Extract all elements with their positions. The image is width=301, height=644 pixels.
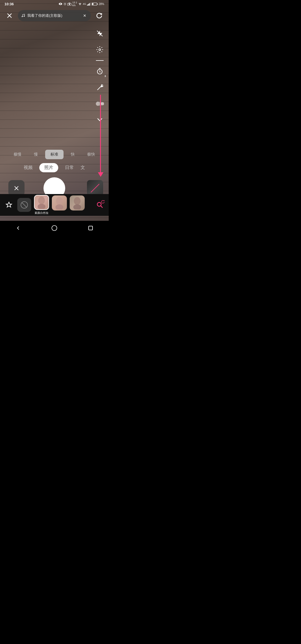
speed-slow[interactable]: 慢 — [27, 150, 45, 159]
svg-point-2 — [69, 4, 70, 5]
filter-item-wrapper-2: . — [52, 195, 67, 215]
magic-wand-icon — [96, 84, 103, 91]
svg-rect-11 — [92, 3, 93, 5]
speed-normal[interactable]: 标准 — [45, 150, 64, 159]
timer-badge-number: 3 — [105, 75, 106, 78]
wifi-icon — [78, 3, 82, 6]
speed-fast[interactable]: 快 — [64, 150, 82, 159]
mode-photo[interactable]: 照片 — [39, 163, 58, 172]
flash-off-icon — [96, 30, 103, 37]
favorites-button[interactable] — [3, 199, 14, 210]
svg-point-31 — [74, 197, 81, 205]
refresh-button[interactable] — [94, 11, 104, 21]
network-type: 4G — [83, 3, 86, 5]
filter-search-button[interactable] — [94, 199, 105, 210]
filter-label-2: . — [59, 212, 60, 215]
svg-rect-3 — [69, 3, 70, 3]
face-silhouette-1 — [37, 196, 47, 209]
eye-icon — [59, 3, 62, 5]
svg-rect-4 — [87, 5, 88, 6]
beauty-button[interactable] — [94, 98, 105, 109]
music-remove-button[interactable]: ✕ — [82, 12, 88, 19]
svg-rect-10 — [97, 3, 98, 4]
cancel-icon — [14, 185, 19, 191]
filter-search-wrapper — [94, 199, 105, 210]
svg-line-17 — [97, 86, 101, 90]
svg-rect-7 — [89, 3, 90, 6]
svg-point-13 — [24, 16, 25, 17]
timer-icon — [96, 68, 103, 75]
music-note-icon — [21, 14, 25, 18]
svg-point-30 — [55, 204, 63, 209]
close-button[interactable] — [4, 11, 14, 21]
filter-item-wrapper-3: . — [70, 195, 85, 215]
svg-rect-6 — [89, 4, 89, 6]
music-title: 我着了你的道(主歌版) — [27, 13, 80, 18]
flash-button[interactable] — [94, 28, 105, 39]
face-silhouette-3 — [72, 197, 82, 209]
alarm-icon — [63, 2, 67, 6]
svg-line-20 — [102, 84, 103, 85]
status-time: 10:36 — [4, 2, 14, 6]
camera-controls: 极慢 慢 标准 快 极快 视频 照片 日常 文 — [0, 150, 109, 199]
gallery-preview-icon — [89, 183, 101, 194]
home-button[interactable] — [49, 222, 60, 234]
filter-item-2[interactable] — [52, 195, 67, 210]
speed-extremely-slow[interactable]: 极慢 — [8, 150, 27, 159]
filter-bar: 素颜自然妆 . . — [0, 194, 109, 216]
battery-icon — [92, 3, 98, 6]
status-icons: 13.1k/s 4G 28% — [59, 1, 104, 7]
star-icon — [6, 202, 12, 208]
svg-point-15 — [99, 49, 101, 51]
filter-item-3[interactable] — [70, 195, 85, 210]
speed-very-fast[interactable]: 极快 — [82, 150, 100, 159]
svg-point-35 — [52, 226, 57, 231]
music-pill: 我着了你的道(主歌版) ✕ — [18, 10, 91, 21]
settings-button[interactable] — [94, 44, 105, 55]
speed-selector: 极慢 慢 标准 快 极快 — [0, 150, 109, 159]
svg-point-32 — [73, 204, 81, 209]
svg-point-33 — [97, 202, 101, 206]
filter-item-1[interactable] — [34, 195, 49, 210]
svg-point-27 — [38, 197, 45, 204]
magic-wand-button[interactable] — [94, 82, 105, 93]
settings-icon — [96, 46, 103, 53]
svg-line-24 — [91, 184, 99, 192]
signal-icon — [87, 3, 91, 6]
svg-point-28 — [38, 204, 45, 209]
chevron-down-icon — [97, 118, 103, 122]
battery-percent: 28% — [99, 3, 104, 6]
filter-label-3: . — [77, 212, 78, 215]
refresh-small-icon — [101, 200, 105, 204]
back-button[interactable] — [13, 222, 24, 234]
svg-line-26 — [22, 202, 27, 207]
camera-icon — [67, 3, 71, 6]
right-toolbar: 3 — [94, 28, 105, 125]
recents-button[interactable] — [85, 222, 96, 234]
svg-point-12 — [22, 16, 23, 17]
mode-selector: 视频 照片 日常 文 — [0, 163, 109, 172]
mode-video[interactable]: 视频 — [24, 165, 33, 171]
filter-label-1: 素颜自然妆 — [35, 211, 48, 215]
svg-rect-36 — [89, 226, 93, 230]
no-filter-icon — [20, 201, 28, 209]
timer-button[interactable]: 3 — [94, 66, 105, 77]
mode-text[interactable]: 文 — [81, 165, 85, 171]
navigation-bar — [0, 221, 109, 235]
home-circle-icon — [51, 225, 57, 231]
face-silhouette-2 — [54, 197, 64, 209]
mode-daily[interactable]: 日常 — [65, 165, 74, 171]
svg-point-29 — [56, 197, 63, 205]
svg-rect-5 — [88, 4, 88, 6]
filter-item-wrapper-1: 素颜自然妆 — [34, 195, 49, 215]
status-bar: 10:36 13.1k/s 4G — [0, 0, 109, 8]
recents-square-icon — [88, 226, 93, 231]
top-bar: 我着了你的道(主歌版) ✕ — [0, 8, 109, 23]
network-speed: 13.1k/s — [72, 1, 77, 7]
svg-line-34 — [101, 206, 103, 208]
no-filter-button[interactable] — [17, 198, 31, 212]
more-options-button[interactable] — [94, 114, 105, 125]
back-icon — [15, 225, 21, 231]
svg-rect-8 — [90, 3, 91, 6]
toolbar-divider — [96, 60, 104, 61]
